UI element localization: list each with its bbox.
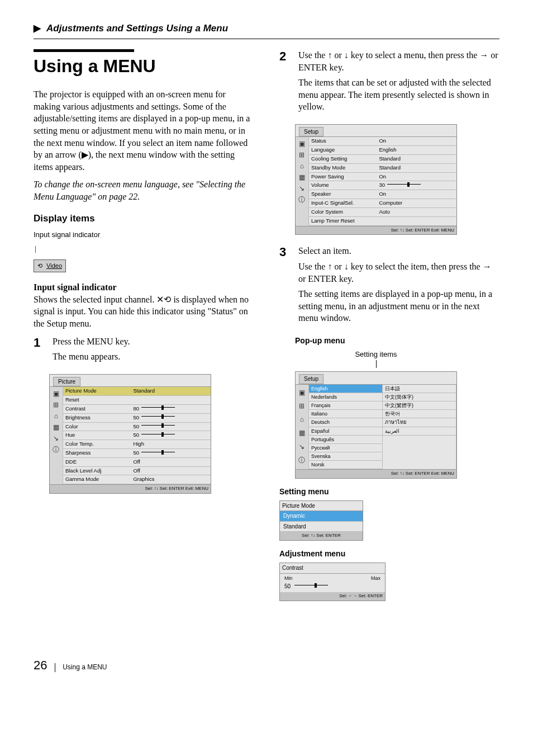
step-2-line2: The items that can be set or adjusted wi… bbox=[298, 77, 499, 113]
osd-icon: ▦ bbox=[53, 424, 59, 431]
language-option: Nederlands bbox=[309, 393, 382, 401]
osd-picture-table: Picture ModeStandardResetContrast80Brigh… bbox=[63, 387, 211, 484]
adj-value: 50 bbox=[284, 583, 291, 589]
osd-row: Picture ModeStandard bbox=[63, 387, 211, 395]
adjustment-menu-title: Contrast bbox=[280, 563, 385, 574]
page-title: Using a MENU bbox=[34, 54, 254, 78]
step-2: 2 Use the ↑ or ↓ key to select a menu, t… bbox=[279, 49, 499, 116]
osd-picture-footer: Sel: ↑↓ Set: ENTER Exit: MENU bbox=[50, 484, 211, 493]
setting-option: Dynamic bbox=[280, 511, 363, 522]
osd-row: Gamma ModeGraphics bbox=[63, 475, 211, 484]
breadcrumb-text: Adjustments and Settings Using a Menu bbox=[46, 23, 228, 34]
page-footer: 26 Using a MENU bbox=[34, 657, 499, 674]
osd-icon: ⓘ bbox=[53, 446, 59, 453]
up-arrow-icon: ↑ bbox=[327, 50, 332, 60]
language-option: 中文(简体字) bbox=[383, 393, 456, 401]
step-2-text: or bbox=[334, 50, 344, 60]
osd-setup-icon-rail: ▣ ⊞ ⌂ ▦ ↘ ⓘ bbox=[296, 137, 309, 225]
page-number: 26 bbox=[34, 658, 47, 672]
popup-menu-heading: Pop-up menu bbox=[295, 336, 499, 346]
right-arrow-icon: → bbox=[483, 262, 492, 271]
osd-icon: ↘ bbox=[53, 435, 59, 442]
osd-row: Brightness50 bbox=[63, 413, 211, 422]
osd-row: Black Level AdjOff bbox=[63, 466, 211, 475]
step-1-line1: Press the MENU key. bbox=[53, 336, 254, 348]
intro-paragraph: The projector is equipped with an on-scr… bbox=[34, 88, 254, 173]
step-3: 3 Select an item. Use the ↑ or ↓ key to … bbox=[279, 245, 499, 328]
step-3-text: key to select the item, then press the bbox=[351, 262, 483, 271]
osd-row: Color Temp.High bbox=[63, 440, 211, 449]
setting-option: Standard bbox=[280, 522, 363, 532]
page-footer-label: Using a MENU bbox=[63, 663, 107, 671]
osd-icon: ▣ bbox=[299, 140, 305, 147]
osd-popup-tab: Setup bbox=[299, 374, 323, 384]
setting-menu-title: Picture Mode bbox=[280, 501, 363, 512]
osd-picture: Picture ▣ ⊞ ⌂ ▦ ↘ ⓘ Picture ModeStandard… bbox=[49, 374, 211, 494]
osd-icon: ⊞ bbox=[53, 401, 59, 408]
right-arrow-icon: → bbox=[479, 50, 488, 60]
osd-row: DDEOff bbox=[63, 457, 211, 466]
osd-icon: ⌂ bbox=[54, 413, 58, 419]
language-option: Norsk bbox=[309, 461, 382, 469]
osd-icon: ⓘ bbox=[298, 456, 305, 465]
pointer-line bbox=[376, 360, 377, 368]
language-option: Español bbox=[309, 427, 382, 436]
input-icon: ⟲ bbox=[37, 262, 42, 269]
language-option: Русский bbox=[309, 444, 382, 452]
osd-row: Lamp Timer Reset bbox=[309, 216, 456, 225]
osd-row: Cooling SettingStandard bbox=[309, 155, 456, 164]
adj-min-label: Min bbox=[284, 575, 293, 582]
adjustment-menu-footer: Sel: ←→ Set: ENTER bbox=[280, 592, 385, 601]
step-2-text: key to select a menu, then press the bbox=[351, 50, 480, 60]
setting-menu-heading: Setting menu bbox=[279, 486, 499, 497]
language-option: العربية bbox=[383, 427, 456, 436]
language-option: Svenska bbox=[309, 452, 382, 461]
adj-max-label: Max bbox=[371, 575, 380, 582]
osd-popup-footer: Sel: ↑↓ Set: ENTER Exit: MENU bbox=[296, 469, 456, 478]
adj-slider bbox=[294, 585, 328, 588]
up-arrow-icon: ↑ bbox=[327, 262, 332, 271]
language-option: 日本語 bbox=[383, 385, 456, 393]
osd-row: Sharpness50 bbox=[63, 449, 211, 458]
osd-row: Power SavingOn bbox=[309, 172, 456, 181]
osd-icon: ⌂ bbox=[300, 415, 304, 424]
osd-icon: ▣ bbox=[299, 388, 305, 397]
step-3-line2: The setting items are displayed in a pop… bbox=[298, 288, 499, 324]
language-note: To change the on-screen menu language, s… bbox=[34, 178, 254, 202]
osd-row: Volume30 bbox=[309, 181, 456, 190]
step-3-text: or ENTER key. bbox=[298, 274, 354, 284]
osd-icon: ⌂ bbox=[300, 163, 304, 169]
input-signal-indicator-label: Input signal indicator bbox=[34, 230, 254, 240]
display-items-heading: Display items bbox=[34, 212, 254, 225]
osd-icon: ▦ bbox=[299, 428, 305, 437]
language-option: ภาษาไทย bbox=[383, 418, 456, 427]
step-1-number: 1 bbox=[34, 336, 45, 366]
step-3-line0: Select an item. bbox=[298, 245, 499, 257]
step-1: 1 Press the MENU key. The menu appears. bbox=[34, 336, 254, 366]
osd-picture-tab: Picture bbox=[53, 377, 80, 387]
adjustment-menu-box: Contrast Min Max 50 Sel: ←→ Set: ENTER bbox=[279, 563, 386, 601]
breadcrumb: ▶ Adjustments and Settings Using a Menu bbox=[34, 22, 499, 39]
osd-icon: ▣ bbox=[53, 390, 59, 397]
setting-menu-box: Picture Mode DynamicStandard Sel: ↑↓ Set… bbox=[279, 500, 363, 541]
setting-menu-footer: Sel: ↑↓ Set: ENTER bbox=[280, 532, 363, 540]
osd-setup-table: StatusOnLanguageEnglishCooling SettingSt… bbox=[309, 137, 456, 225]
video-indicator-box: ⟲ Video bbox=[34, 259, 66, 272]
osd-row: StatusOn bbox=[309, 137, 456, 145]
setting-items-label: Setting items bbox=[355, 350, 397, 358]
language-option: Deutsch bbox=[309, 418, 382, 427]
osd-setup: Setup ▣ ⊞ ⌂ ▦ ↘ ⓘ StatusOnLanguageEnglis… bbox=[295, 124, 457, 235]
osd-icon: ⊞ bbox=[299, 152, 304, 158]
osd-row: SpeakerOn bbox=[309, 190, 456, 199]
down-arrow-icon: ↓ bbox=[344, 50, 349, 60]
language-option: Português bbox=[309, 436, 382, 444]
pointer-tick: │ bbox=[34, 244, 37, 253]
language-option: Italiano bbox=[309, 410, 382, 418]
osd-icon: ▦ bbox=[299, 174, 305, 181]
osd-icon: ⓘ bbox=[298, 196, 305, 203]
language-option: 한국어 bbox=[383, 410, 456, 418]
title-rule bbox=[34, 49, 134, 52]
osd-row: Hue50 bbox=[63, 431, 211, 440]
osd-popup-language: Setup ▣ ⊞ ⌂ ▦ ↘ ⓘ EnglishNederlandsFranç… bbox=[295, 371, 457, 479]
language-option: English bbox=[309, 385, 382, 393]
